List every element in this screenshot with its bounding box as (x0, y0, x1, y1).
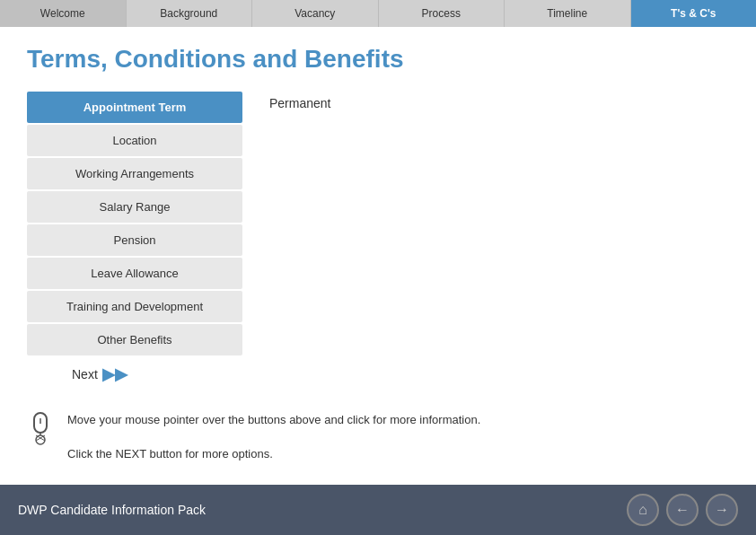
tab-timeline[interactable]: Timeline (505, 0, 631, 27)
forward-button[interactable]: → (706, 494, 738, 526)
info-area: Permanent (260, 92, 729, 355)
tab-process[interactable]: Process (379, 0, 505, 27)
content-area: Appointment Term Location Working Arrang… (27, 92, 729, 355)
top-navigation: Welcome Background Vacancy Process Timel… (0, 0, 756, 27)
sidebar-btn-working-arrangements[interactable]: Working Arrangements (27, 158, 242, 189)
sidebar-btn-leave-allowance[interactable]: Leave Allowance (27, 258, 242, 289)
page-title: Terms, Conditions and Benefits (27, 45, 729, 74)
footer: DWP Candidate Information Pack ⌂ ← → (0, 485, 756, 535)
home-button[interactable]: ⌂ (627, 494, 659, 526)
mouse-icon (27, 411, 54, 447)
next-area[interactable]: Next ▶▶ (72, 364, 729, 384)
instruction-line2: Click the NEXT button for more options. (67, 445, 480, 463)
sidebar-btn-appointment-term[interactable]: Appointment Term (27, 92, 242, 123)
sidebar-btn-location[interactable]: Location (27, 125, 242, 156)
next-arrows-icon: ▶▶ (102, 364, 127, 384)
instruction-line1: Move your mouse pointer over the buttons… (67, 411, 480, 429)
info-content: Permanent (269, 96, 330, 110)
sidebar-btn-pension[interactable]: Pension (27, 224, 242, 256)
footer-title: DWP Candidate Information Pack (18, 503, 206, 517)
instruction-text-area: Move your mouse pointer over the buttons… (67, 411, 480, 462)
tab-background[interactable]: Background (127, 0, 253, 27)
next-label: Next (72, 367, 98, 382)
main-content: Terms, Conditions and Benefits Appointme… (0, 27, 756, 402)
sidebar-btn-salary-range[interactable]: Salary Range (27, 191, 242, 223)
instruction-area: Move your mouse pointer over the buttons… (0, 411, 756, 462)
tab-vacancy[interactable]: Vacancy (252, 0, 379, 27)
back-button[interactable]: ← (666, 494, 699, 526)
home-icon: ⌂ (638, 502, 647, 518)
sidebar-btn-training-development[interactable]: Training and Development (27, 291, 242, 322)
tab-welcome[interactable]: Welcome (0, 0, 127, 27)
footer-nav: ⌂ ← → (627, 494, 738, 526)
tab-ts-cs[interactable]: T's & C's (631, 0, 757, 27)
sidebar-btn-other-benefits[interactable]: Other Benefits (27, 324, 242, 355)
back-icon: ← (675, 502, 690, 518)
sidebar: Appointment Term Location Working Arrang… (27, 92, 242, 355)
forward-icon: → (715, 502, 729, 518)
